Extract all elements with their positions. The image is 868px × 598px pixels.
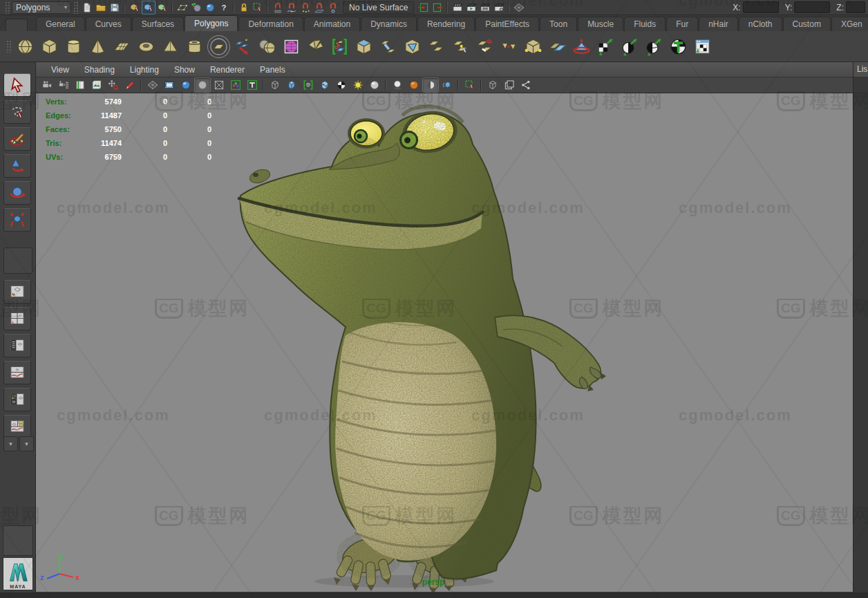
ipr-render-icon[interactable]: IPR [478, 1, 492, 15]
motion-blur-icon[interactable] [440, 78, 455, 92]
shelf-tab[interactable]: nHair [699, 17, 738, 31]
shelf-tab[interactable]: Fur [666, 17, 698, 31]
shelf-tab[interactable]: Polygons [185, 15, 238, 31]
render-current-frame-icon[interactable] [464, 1, 478, 15]
resolution-gate-icon[interactable] [178, 78, 194, 92]
select-object-icon[interactable] [142, 1, 155, 15]
drag-handle[interactable] [5, 1, 10, 14]
poly-reduce-icon[interactable] [304, 35, 327, 58]
lock-selection-icon[interactable] [237, 1, 251, 15]
grease-pencil-icon[interactable] [122, 78, 138, 92]
shelf-tab[interactable]: Rendering [417, 17, 475, 31]
layout-single-perspective[interactable] [3, 280, 31, 303]
poly-cylinder-icon[interactable] [62, 35, 85, 58]
drag-handle[interactable] [73, 1, 78, 14]
display-appearance-icon[interactable] [485, 78, 500, 92]
display-toggle-icon[interactable] [512, 1, 526, 15]
textured-icon[interactable] [317, 78, 332, 92]
image-plane-icon[interactable] [89, 78, 104, 92]
layout-persp-graph[interactable] [3, 361, 31, 384]
scale-tool[interactable] [3, 208, 31, 232]
snap-to-grid-icon[interactable] [271, 1, 285, 15]
component-points-icon[interactable] [176, 1, 189, 15]
help-icon[interactable]: ? [217, 1, 231, 15]
panel-menu[interactable]: Shading [77, 65, 122, 75]
panel-layouts-icon[interactable] [502, 78, 517, 92]
rgb-channels-icon[interactable] [228, 78, 243, 92]
poly-pyramid-icon[interactable] [159, 35, 182, 58]
shadows-icon[interactable] [390, 78, 405, 92]
poly-cube-icon[interactable] [38, 35, 61, 58]
bridge-icon[interactable] [377, 35, 399, 58]
layout-outliner-persp[interactable] [3, 334, 31, 357]
shelf-tab[interactable]: Animation [304, 17, 360, 31]
isolate-select-icon[interactable] [462, 78, 478, 92]
poly-torus-icon[interactable] [135, 35, 158, 58]
bookmarks-icon[interactable] [73, 78, 88, 92]
use-all-lights-icon[interactable] [334, 78, 349, 92]
new-scene-icon[interactable] [80, 1, 94, 15]
film-gate-icon[interactable] [162, 78, 177, 92]
render-settings-icon[interactable] [492, 1, 506, 15]
panel-menu[interactable]: Lighting [123, 65, 166, 75]
croc-model[interactable] [228, 93, 615, 592]
select-component-icon[interactable] [155, 1, 169, 15]
cylindrical-mapping-icon[interactable] [619, 35, 641, 58]
shelf-tab[interactable]: Custom [783, 17, 831, 31]
viewport-3d[interactable]: Verts: 5749 0 0 Edges: 11487 0 0 Faces: … [36, 93, 853, 592]
collapse-edge-icon[interactable] [498, 35, 520, 58]
shelf-tab[interactable]: Fluids [624, 17, 666, 31]
grid-toggle-icon[interactable] [145, 78, 160, 92]
poly-sphere-icon[interactable] [14, 35, 37, 58]
wireframe-on-shaded-icon[interactable] [301, 78, 316, 92]
z-input[interactable] [846, 1, 865, 13]
open-scene-icon[interactable] [94, 1, 108, 15]
hypergraph-icon[interactable] [518, 78, 534, 92]
fill-hole-icon[interactable] [401, 35, 424, 58]
poly-platonic-icon[interactable] [207, 35, 230, 58]
component-objects-icon[interactable] [203, 1, 217, 15]
attribute-editor-collapsed[interactable]: Lis [853, 62, 868, 592]
smooth-shade-icon[interactable] [284, 78, 299, 92]
poly-plane-icon[interactable] [111, 35, 133, 58]
snap-to-point-icon[interactable] [299, 1, 312, 15]
multisample-icon[interactable] [423, 78, 438, 92]
soft-modification-icon[interactable] [570, 35, 593, 58]
layout-persp-graph-outliner[interactable] [3, 415, 31, 438]
textured-display-icon[interactable] [245, 78, 260, 92]
shelf-tab[interactable]: nCloth [739, 17, 782, 31]
rotate-tool[interactable] [3, 181, 31, 205]
select-tool[interactable] [3, 73, 31, 97]
snap-to-plane-icon[interactable] [312, 1, 326, 15]
lasso-tool[interactable] [3, 100, 31, 124]
shelf-tab[interactable]: General [36, 17, 85, 31]
panel-menu[interactable]: Show [167, 65, 202, 75]
last-tool-slot[interactable] [3, 247, 32, 274]
poly-pipe-icon[interactable] [183, 35, 206, 58]
planar-mapping-icon[interactable] [594, 35, 617, 58]
shelf-tab[interactable]: Surfaces [132, 17, 184, 31]
ambient-occlusion-icon[interactable] [406, 78, 422, 92]
poly-cone-icon[interactable] [86, 35, 109, 58]
layout-dropdown-right[interactable]: ▼ [19, 436, 34, 451]
shelf-tab[interactable]: Deformation [238, 17, 303, 31]
shelf-tab[interactable]: Toon [540, 17, 577, 31]
save-scene-icon[interactable] [108, 1, 122, 15]
camera-attributes-icon[interactable] [56, 78, 71, 92]
select-hierarchy-icon[interactable] [128, 1, 142, 15]
poly-smooth-icon[interactable] [256, 35, 279, 58]
select-camera-icon[interactable] [39, 78, 55, 92]
sculpt-geometry-icon[interactable] [280, 35, 303, 58]
snap-to-curve-icon[interactable] [285, 1, 299, 15]
combine-icon[interactable] [546, 35, 569, 58]
extrude-icon[interactable] [352, 35, 375, 58]
shelf-tab[interactable]: Curves [86, 17, 131, 31]
render-view-icon[interactable] [451, 1, 464, 15]
default-lighting-icon[interactable] [350, 78, 366, 92]
xray-icon[interactable] [211, 78, 227, 92]
shelf-tab[interactable]: Muscle [578, 17, 623, 31]
drag-handle[interactable] [6, 40, 11, 53]
live-surface-field[interactable]: No Live Surface [343, 1, 414, 14]
highlight-selection-icon[interactable] [251, 1, 265, 15]
layout-hypershade-persp[interactable] [3, 388, 31, 411]
